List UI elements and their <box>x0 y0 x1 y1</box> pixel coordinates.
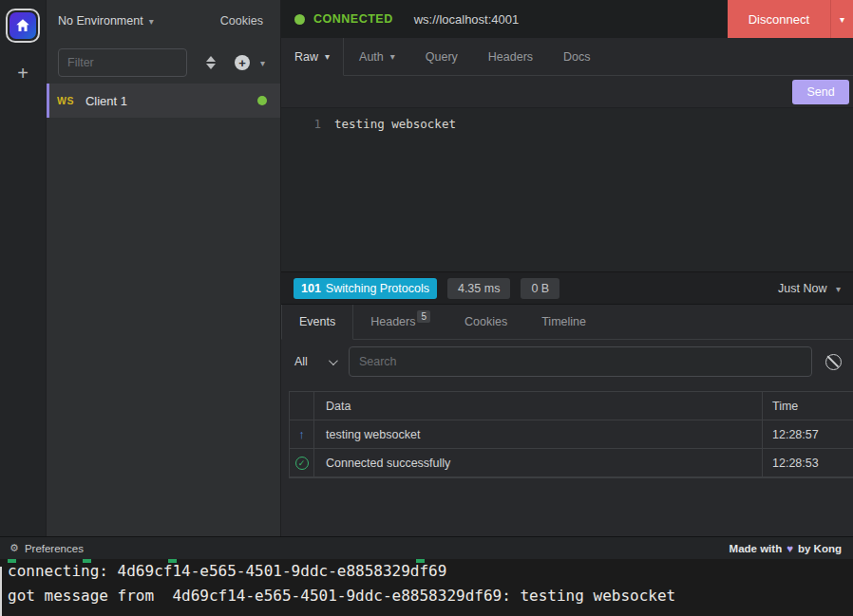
response-size-badge: 0 B <box>521 278 559 299</box>
event-time: 12:28:53 <box>762 449 853 476</box>
tab-events[interactable]: Events <box>281 305 353 340</box>
events-table: Data Time ↑ testing websocket 12:28:57 ✓… <box>289 391 853 478</box>
tab-docs[interactable]: Docs <box>548 38 605 76</box>
ws-method-tag: WS <box>57 95 74 106</box>
preferences-button[interactable]: ⚙ Preferences <box>9 542 84 554</box>
chevron-down-icon <box>329 356 338 365</box>
plus-circle-icon: + <box>235 55 250 70</box>
home-icon <box>9 12 36 39</box>
events-filter-row: All <box>281 340 853 383</box>
events-search-input[interactable] <box>349 346 812 377</box>
terminal-line: connecting: 4d69cf14-e565-4501-9ddc-e885… <box>0 559 853 584</box>
disconnect-label: Disconnect <box>749 12 809 27</box>
websocket-url-input[interactable]: ws://localhost:4001 <box>414 12 728 27</box>
clipped-terminal-text <box>8 559 16 563</box>
status-code-badge: 101Switching Protocols <box>294 278 437 299</box>
response-status-bar: 101Switching Protocols 4.35 ms 0 B Just … <box>281 271 853 305</box>
event-row-connected[interactable]: ✓ Connected successfully 12:28:53 <box>290 449 853 477</box>
tab-query[interactable]: Query <box>410 38 473 76</box>
tab-timeline[interactable]: Timeline <box>524 305 603 340</box>
tab-headers[interactable]: Headers <box>473 38 548 76</box>
status-text: Switching Protocols <box>326 282 429 295</box>
gear-icon: ⚙ <box>9 542 19 554</box>
message-editor[interactable]: 1 testing websocket <box>281 108 853 271</box>
sidebar-item-client-1[interactable]: WS Client 1 <box>47 84 280 118</box>
preferences-label: Preferences <box>25 543 84 554</box>
line-number: 1 <box>281 117 321 271</box>
response-empty-area <box>281 478 853 536</box>
request-tabs: Raw▾ Auth▾ Query Headers Docs <box>281 38 853 76</box>
status-code: 101 <box>301 282 321 295</box>
home-button[interactable] <box>6 9 40 43</box>
clear-events-icon[interactable] <box>825 354 842 370</box>
terminal-output: connecting: 4d69cf14-e565-4501-9ddc-e885… <box>0 559 853 616</box>
activity-rail: + <box>0 0 46 536</box>
filter-input[interactable] <box>58 48 187 77</box>
clipped-terminal-text <box>416 559 425 563</box>
add-request-button[interactable]: + ▾ <box>235 55 269 70</box>
connection-status-label: CONNECTED <box>313 12 393 26</box>
disconnect-button[interactable]: Disconnect <box>728 0 830 38</box>
url-bar: CONNECTED ws://localhost:4001 Disconnect… <box>281 0 853 38</box>
sidebar-filter-row: + ▾ <box>47 42 280 84</box>
time-column-header: Time <box>762 392 853 420</box>
send-button[interactable]: Send <box>792 80 849 104</box>
response-tabs: Events Headers5 Cookies Timeline <box>281 305 853 340</box>
insomnia-app: + No Environment▾ Cookies + ▾ <box>0 0 853 616</box>
cookies-link[interactable]: Cookies <box>220 14 263 28</box>
request-name: Client 1 <box>85 94 246 108</box>
message-sent-arrow-icon: ↑ <box>298 427 305 441</box>
request-pane: CONNECTED ws://localhost:4001 Disconnect… <box>280 0 853 536</box>
add-project-button[interactable]: + <box>17 64 28 83</box>
environment-label: No Environment <box>58 14 143 28</box>
tab-response-headers[interactable]: Headers5 <box>353 305 447 340</box>
data-column-header: Data <box>314 400 762 413</box>
icon-column-header <box>290 392 314 420</box>
main-row: + No Environment▾ Cookies + ▾ <box>0 0 853 536</box>
event-data: Connected successfully <box>314 457 762 470</box>
kong-credit: Made with ♥ by Kong <box>730 543 842 554</box>
terminal-line: got message from 4d69cf14-e565-4501-9ddc… <box>0 584 853 608</box>
disconnect-dropdown-button[interactable]: ▾ <box>830 0 853 38</box>
terminal-left-edge <box>0 567 2 616</box>
event-type-select[interactable]: All <box>293 355 335 368</box>
chevron-down-icon: ▾ <box>260 58 265 68</box>
chevron-down-icon: ▾ <box>836 284 841 294</box>
sidebar: No Environment▾ Cookies + ▾ WS Client 1 <box>46 0 280 536</box>
sort-icon[interactable] <box>200 52 221 73</box>
tab-raw[interactable]: Raw▾ <box>281 38 344 76</box>
chevron-down-icon: ▾ <box>840 14 844 25</box>
response-history-dropdown[interactable]: Just Now ▾ <box>778 282 841 295</box>
chevron-down-icon: ▾ <box>390 51 395 62</box>
connected-check-icon: ✓ <box>295 457 309 470</box>
heart-icon: ♥ <box>787 543 793 554</box>
event-row-message-sent[interactable]: ↑ testing websocket 12:28:57 <box>290 420 853 449</box>
triangle-down-icon <box>206 64 216 69</box>
environment-dropdown[interactable]: No Environment▾ <box>58 14 154 28</box>
editor-code[interactable]: testing websocket <box>334 117 456 271</box>
send-row: Send <box>281 76 853 108</box>
tab-auth[interactable]: Auth▾ <box>344 38 410 76</box>
connection-status-dot-icon <box>294 14 305 25</box>
clipped-terminal-text <box>83 559 91 563</box>
tabstrip-filler <box>603 305 853 340</box>
headers-count-badge: 5 <box>417 310 430 323</box>
triangle-up-icon <box>206 56 216 62</box>
tab-response-cookies[interactable]: Cookies <box>447 305 524 340</box>
chevron-down-icon: ▾ <box>149 16 154 27</box>
chevron-down-icon: ▾ <box>325 51 330 62</box>
clipped-terminal-text <box>168 559 177 563</box>
sidebar-header: No Environment▾ Cookies <box>47 0 280 42</box>
app-footer: ⚙ Preferences Made with ♥ by Kong <box>0 536 853 559</box>
events-table-header: Data Time <box>290 392 853 420</box>
event-time: 12:28:57 <box>762 420 853 448</box>
tabstrip-filler <box>606 38 853 76</box>
response-time-badge: 4.35 ms <box>447 278 510 299</box>
event-data: testing websocket <box>314 428 762 441</box>
connected-dot-icon <box>257 96 267 105</box>
